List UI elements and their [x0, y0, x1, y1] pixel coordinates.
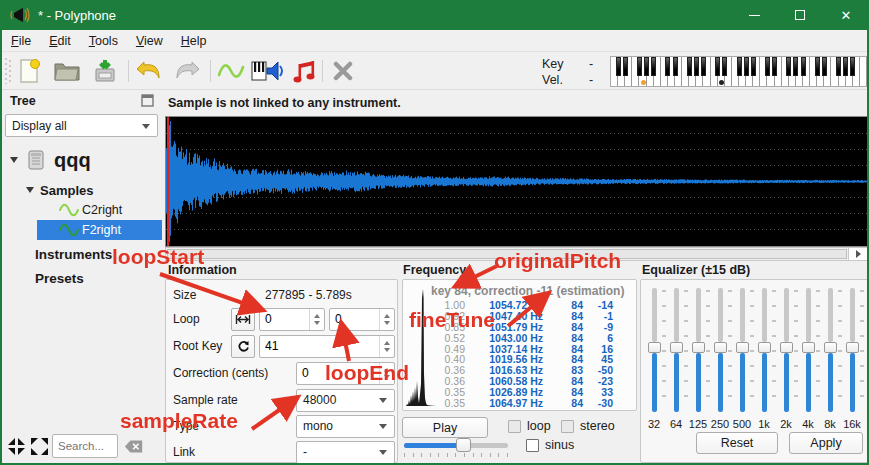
root-key-input[interactable] [260, 339, 378, 353]
reset-button[interactable]: Reset [696, 432, 778, 454]
loop-start-input[interactable] [260, 312, 308, 326]
black-key[interactable] [637, 57, 642, 76]
tree-item-sample-c2right[interactable]: C2right [2, 200, 162, 220]
white-key[interactable] [860, 57, 867, 86]
clear-search-icon[interactable] [124, 439, 144, 454]
stereo-checkbox[interactable] [561, 420, 574, 433]
black-key[interactable] [843, 57, 848, 76]
eq-slider-500[interactable] [731, 286, 753, 414]
piano-keyboard[interactable] [610, 56, 868, 87]
black-key[interactable] [850, 57, 855, 76]
menu-item-view[interactable]: View [127, 31, 172, 51]
spinner-arrows[interactable] [309, 309, 324, 330]
spinner-arrows[interactable] [379, 336, 394, 357]
eq-slider-handle[interactable] [714, 342, 727, 353]
loop-checkbox[interactable] [508, 420, 521, 433]
redo-button[interactable] [172, 57, 202, 85]
tree-item-presets[interactable]: Presets [2, 267, 162, 289]
tree-item-sample-f2right-selected[interactable]: F2right [2, 220, 162, 240]
black-key[interactable] [715, 57, 720, 76]
eq-slider-64[interactable] [665, 286, 687, 414]
tree-item-root[interactable]: qqq [2, 142, 162, 178]
black-key[interactable] [744, 57, 749, 76]
black-key[interactable] [651, 57, 656, 76]
scroll-right-button[interactable] [848, 248, 868, 260]
eq-slider-8k[interactable] [819, 286, 841, 414]
loop-end-input[interactable] [330, 312, 378, 326]
new-file-button[interactable] [14, 57, 44, 85]
black-key[interactable] [786, 57, 791, 76]
black-key[interactable] [644, 57, 649, 76]
expand-arrow-icon[interactable] [26, 187, 34, 193]
sinus-checkbox[interactable] [526, 439, 539, 452]
expand-all-icon[interactable] [31, 438, 48, 455]
eq-slider-handle[interactable] [780, 342, 793, 353]
black-key[interactable] [751, 57, 756, 76]
search-input[interactable] [52, 434, 118, 458]
menu-item-edit[interactable]: Edit [40, 31, 80, 51]
eq-slider-250[interactable] [709, 286, 731, 414]
minimize-button[interactable] [731, 0, 777, 30]
eq-slider-handle[interactable] [648, 342, 661, 353]
eq-slider-32[interactable] [643, 286, 665, 414]
eq-slider-4k[interactable] [797, 286, 819, 414]
black-key[interactable] [801, 57, 806, 76]
eq-slider-125[interactable] [687, 286, 709, 414]
volume-slider[interactable] [404, 441, 508, 450]
black-key[interactable] [836, 57, 841, 76]
display-filter-combo[interactable]: Display all [5, 114, 158, 137]
menu-item-file[interactable]: File [2, 31, 40, 51]
close-file-button[interactable] [328, 57, 358, 85]
link-combo[interactable]: - [296, 441, 395, 464]
black-key[interactable] [616, 57, 621, 76]
title-bar[interactable]: * - Polyphone ✕ [0, 0, 869, 30]
black-key[interactable] [772, 57, 777, 76]
eq-slider-16k[interactable] [841, 286, 863, 414]
black-key[interactable] [673, 57, 678, 76]
waveform-display[interactable] [165, 116, 869, 247]
spinner-arrows[interactable] [379, 309, 394, 330]
black-key[interactable] [623, 57, 628, 76]
eq-slider-handle[interactable] [824, 342, 837, 353]
loop-start-spinbox[interactable] [259, 308, 325, 331]
slider-handle[interactable] [456, 438, 471, 452]
eq-slider-handle[interactable] [802, 342, 815, 353]
close-button[interactable]: ✕ [823, 0, 869, 30]
eq-slider-1k[interactable] [753, 286, 775, 414]
eq-slider-handle[interactable] [670, 342, 683, 353]
black-key[interactable] [722, 57, 727, 76]
play-button[interactable]: Play [402, 417, 488, 438]
open-button[interactable] [52, 57, 82, 85]
eq-slider-handle[interactable] [736, 342, 749, 353]
play-sample-button[interactable] [250, 57, 286, 85]
root-key-spinbox[interactable] [259, 335, 395, 358]
black-key[interactable] [701, 57, 706, 76]
sample-rate-combo[interactable]: 48000 [296, 389, 395, 412]
menu-item-tools[interactable]: Tools [80, 31, 127, 51]
type-combo[interactable]: mono [296, 415, 395, 438]
play-note-button[interactable] [290, 57, 320, 85]
black-key[interactable] [822, 57, 827, 76]
loop-range-button[interactable] [231, 308, 255, 331]
undock-icon[interactable] [141, 94, 154, 107]
collapse-all-icon[interactable] [8, 438, 25, 455]
black-key[interactable] [687, 57, 692, 76]
expand-arrow-icon[interactable] [10, 157, 18, 163]
save-button[interactable] [90, 57, 120, 85]
tree-item-samples[interactable]: Samples [2, 180, 162, 200]
sine-tool-button[interactable] [216, 57, 246, 85]
eq-slider-handle[interactable] [692, 342, 705, 353]
apply-button[interactable]: Apply [789, 432, 863, 454]
black-key[interactable] [694, 57, 699, 76]
undo-button[interactable] [134, 57, 164, 85]
root-key-auto-button[interactable] [231, 335, 255, 358]
black-key[interactable] [793, 57, 798, 76]
loop-end-spinbox[interactable] [329, 308, 395, 331]
eq-slider-handle[interactable] [846, 342, 859, 353]
eq-slider-handle[interactable] [758, 342, 771, 353]
menu-item-help[interactable]: Help [172, 31, 216, 51]
eq-slider-2k[interactable] [775, 286, 797, 414]
black-key[interactable] [665, 57, 670, 76]
black-key[interactable] [737, 57, 742, 76]
black-key[interactable] [765, 57, 770, 76]
